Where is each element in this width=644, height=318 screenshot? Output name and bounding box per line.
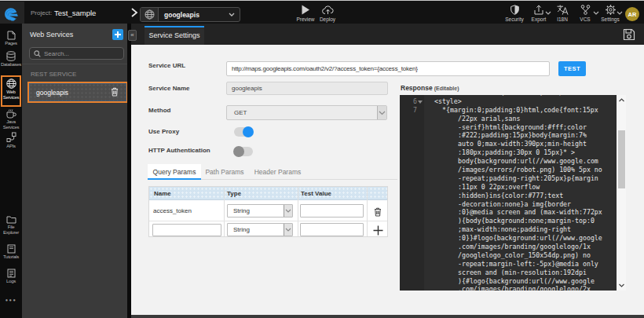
service-name-input[interactable]: googleapis <box>226 82 388 95</box>
editor-scrollbar[interactable] <box>617 95 626 291</box>
param-tab-query-params[interactable]: Query Params <box>148 164 201 180</box>
service-list-item[interactable]: googleapis <box>29 83 126 101</box>
rail-item-logs[interactable]: Logs <box>0 269 22 284</box>
service-selector-dropdown[interactable]: googleapis <box>140 7 240 22</box>
databases-icon <box>0 51 22 61</box>
code-line: /googlelogo_color_150x54dp.png) no <box>400 251 617 260</box>
deploy-label: Deploy <box>313 16 342 22</box>
scrollbar-thumb[interactable] <box>618 130 625 188</box>
code-text: -decoration:none}a img{border <box>424 200 571 209</box>
new-param-type-select[interactable]: String <box>227 223 293 236</box>
code-text: <style> <box>424 97 462 106</box>
code-line: -repeat;padding-right:205px}p{margin <box>400 174 617 183</box>
code-text: ){#logo{background:url(//www.google <box>424 277 595 286</box>
breadcrumb-chevron-icon <box>130 8 138 17</box>
method-label: Method <box>148 108 170 114</box>
response-code-editor[interactable]: <title>Error 404 (Not Found)!!1</title>6… <box>400 95 617 291</box>
code-text: auto 0;max-width:390px;min-height <box>424 140 587 148</box>
code-text: :hidden}ins{color:#777;text <box>424 192 563 200</box>
test-button[interactable]: TEST <box>558 61 586 76</box>
param-tab-path-params[interactable]: Path Params <box>203 164 247 180</box>
code-line: ;max-width:none;padding-right <box>400 225 617 234</box>
avatar[interactable]: AR <box>625 7 639 21</box>
select-value: String <box>233 224 250 236</box>
rail-item-file-explorer[interactable]: FileExplorer <box>0 215 22 236</box>
editor-tab-bar <box>131 24 644 45</box>
vcs-label: VCS <box>571 16 599 22</box>
search-input[interactable]: Search... <box>29 47 124 60</box>
app-root: Project: Test_sample googleapis <box>0 0 644 318</box>
project-name: Test_sample <box>54 1 96 24</box>
service-dropdown-value: googleapis <box>159 11 229 19</box>
logs-icon <box>0 269 22 278</box>
code-text: *{margin:0;padding:0}html,code{font:15px <box>424 106 598 115</box>
rail-item-label: JavaServices <box>0 119 22 130</box>
more-options-dots[interactable]: ●●● <box>0 298 22 302</box>
line-number: 6 <box>400 97 417 106</box>
code-line: auto 0;max-width:390px;min-height <box>400 140 617 148</box>
code-line: 7*{margin:0;padding:0}html,code{font:15p… <box>400 106 617 115</box>
code-line: body{background:url(//www.google.com <box>400 157 617 166</box>
params-table: NameTypeTest Valueaccess_tokenStringStri… <box>148 186 388 237</box>
search-placeholder: Search... <box>44 50 69 57</box>
apis-icon <box>0 132 22 143</box>
use-proxy-toggle[interactable] <box>234 127 253 137</box>
deploy-button[interactable]: Deploy <box>313 3 342 22</box>
scroll-up-icon[interactable] <box>617 97 626 103</box>
search-icon <box>34 50 41 57</box>
new-param-test-value-input[interactable] <box>300 223 364 236</box>
method-select[interactable]: GET <box>226 105 387 120</box>
code-line: :hidden}ins{color:#777;text <box>400 192 617 200</box>
rail-item-pages[interactable]: Pages <box>0 31 22 46</box>
add-param-icon[interactable] <box>373 225 383 236</box>
panel-separator <box>22 64 127 64</box>
toggle-knob <box>233 146 244 157</box>
code-text: ;max-width:none;padding-right <box>424 225 571 234</box>
column-divider <box>298 187 298 236</box>
service-name-label: Service Name <box>148 86 189 92</box>
file-explorer-icon <box>0 215 22 224</box>
http-auth-toggle[interactable] <box>234 147 253 156</box>
code-line: :#222;padding:15px}body{margin:7% <box>400 131 617 140</box>
column-divider <box>224 187 225 236</box>
rail-item-databases[interactable]: Databases <box>0 51 22 68</box>
code-text: /googlelogo_color_150x54dp.png) no <box>424 251 591 260</box>
rail-item-tutorials[interactable]: Tutorials <box>0 244 22 260</box>
web-services-highlight-box <box>1 75 21 107</box>
line-number: 7 <box>400 106 417 115</box>
code-line: .com/images/branding/googlelogo/1x <box>400 243 617 251</box>
globe-icon <box>141 8 159 21</box>
delete-param-icon[interactable] <box>374 207 382 217</box>
code-line: -serif}html{background:#fff;color <box>400 123 617 132</box>
param-test-value-input[interactable] <box>300 204 364 217</box>
rail-item-label: APIs <box>0 144 22 149</box>
service-url-input[interactable]: http://maps.googleapis.com/oauth2/v2/?ac… <box>226 61 550 76</box>
delete-service-icon[interactable] <box>111 87 119 97</box>
collapse-panel-button[interactable]: « <box>128 30 137 41</box>
code-text: screen and (min-resolution:192dpi <box>424 269 587 277</box>
code-line: /22px arial,sans <box>400 115 617 123</box>
tab-service-settings[interactable]: Service Settings <box>145 26 204 45</box>
cloud-upload-icon <box>313 3 342 15</box>
save-icon[interactable] <box>623 28 635 41</box>
code-line: ){body{background:none;margin-top:0 <box>400 217 617 225</box>
method-value: GET <box>234 106 247 119</box>
param-type-select[interactable]: String <box>227 204 293 217</box>
code-lines: <title>Error 404 (Not Found)!!1</title>6… <box>400 95 617 291</box>
rail-item-apis[interactable]: APIs <box>0 132 22 149</box>
tutorials-icon <box>0 244 22 254</box>
code-line: ){#logo{background:url(//www.google <box>400 277 617 286</box>
rail-item-java-services[interactable]: JavaServices <box>0 108 22 130</box>
service-item-name: googleapis <box>36 89 68 97</box>
add-service-button[interactable] <box>112 29 123 40</box>
settings-chevron-icon <box>617 11 623 15</box>
code-text: ){body{background:none;margin-top:0 <box>424 217 595 225</box>
new-param-name-input[interactable] <box>152 224 221 236</box>
scroll-down-icon[interactable] <box>617 283 626 288</box>
code-text: /22px arial,sans <box>424 115 520 123</box>
code-text: body{background:url(//www.google.com <box>424 157 598 166</box>
wavemaker-logo[interactable] <box>0 2 24 24</box>
fold-marker-icon[interactable] <box>418 101 423 104</box>
param-tab-header-params[interactable]: Header Params <box>252 164 303 180</box>
row-divider <box>149 221 387 221</box>
